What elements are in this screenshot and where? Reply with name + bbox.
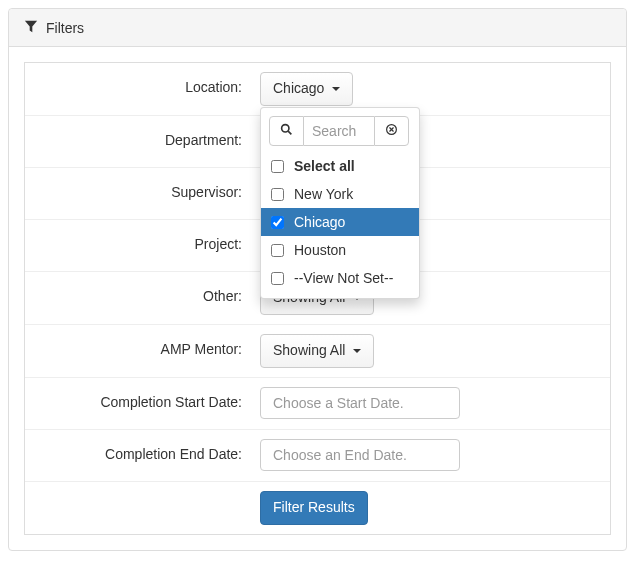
search-button[interactable] — [269, 116, 304, 146]
amp-mentor-dropdown-value: Showing All — [273, 342, 345, 358]
filters-form: Location: Chicago — [24, 62, 611, 535]
dropdown-search — [269, 116, 411, 146]
label-project: Project: — [25, 220, 250, 271]
search-icon — [280, 123, 293, 139]
option-checkbox[interactable] — [271, 272, 284, 285]
row-location: Location: Chicago — [25, 63, 610, 116]
option-label: Chicago — [294, 214, 345, 230]
dropdown-search-input[interactable] — [304, 116, 374, 146]
end-date-input[interactable] — [260, 439, 460, 471]
option-label: --View Not Set-- — [294, 270, 393, 286]
panel-heading: Filters — [9, 9, 626, 47]
location-dropdown-menu: Select all New YorkChicagoHouston--View … — [260, 107, 420, 299]
option-checkbox[interactable] — [271, 188, 284, 201]
select-all-checkbox[interactable] — [271, 160, 284, 173]
panel-title: Filters — [46, 20, 84, 36]
row-submit: Filter Results — [25, 482, 610, 534]
dropdown-option[interactable]: --View Not Set-- — [261, 264, 419, 292]
select-all-label: Select all — [294, 158, 355, 174]
dropdown-option[interactable]: Chicago — [261, 208, 419, 236]
svg-line-1 — [288, 131, 291, 134]
option-checkbox[interactable] — [271, 244, 284, 257]
row-end-date: Completion End Date: — [25, 430, 610, 482]
option-checkbox[interactable] — [271, 216, 284, 229]
filter-results-button[interactable]: Filter Results — [260, 491, 368, 525]
dropdown-select-all[interactable]: Select all — [261, 152, 419, 180]
cell-submit: Filter Results — [250, 482, 610, 534]
dropdown-clear-button[interactable] — [374, 116, 409, 146]
panel-body: Location: Chicago — [9, 47, 626, 550]
amp-mentor-dropdown-button[interactable]: Showing All — [260, 334, 374, 368]
dropdown-option[interactable]: New York — [261, 180, 419, 208]
cell-end-date — [250, 430, 610, 481]
label-start-date: Completion Start Date: — [25, 378, 250, 429]
cell-amp-mentor: Showing All — [250, 325, 610, 377]
row-amp-mentor: AMP Mentor: Showing All — [25, 325, 610, 378]
label-end-date: Completion End Date: — [25, 430, 250, 481]
start-date-input[interactable] — [260, 387, 460, 419]
label-department: Department: — [25, 116, 250, 167]
option-label: Houston — [294, 242, 346, 258]
dropdown-option[interactable]: Houston — [261, 236, 419, 264]
option-label: New York — [294, 186, 353, 202]
filters-panel: Filters Location: Chicago — [8, 8, 627, 551]
label-submit — [25, 482, 250, 534]
filter-icon — [24, 19, 38, 36]
location-dropdown-button[interactable]: Chicago — [260, 72, 353, 106]
clear-icon — [385, 123, 398, 139]
label-location: Location: — [25, 63, 250, 115]
label-other: Other: — [25, 272, 250, 324]
svg-point-0 — [282, 125, 289, 132]
caret-icon — [332, 87, 340, 91]
caret-icon — [353, 349, 361, 353]
cell-location: Chicago — [250, 63, 610, 115]
row-start-date: Completion Start Date: — [25, 378, 610, 430]
label-supervisor: Supervisor: — [25, 168, 250, 219]
cell-start-date — [250, 378, 610, 429]
label-amp-mentor: AMP Mentor: — [25, 325, 250, 377]
location-dropdown-value: Chicago — [273, 80, 324, 96]
